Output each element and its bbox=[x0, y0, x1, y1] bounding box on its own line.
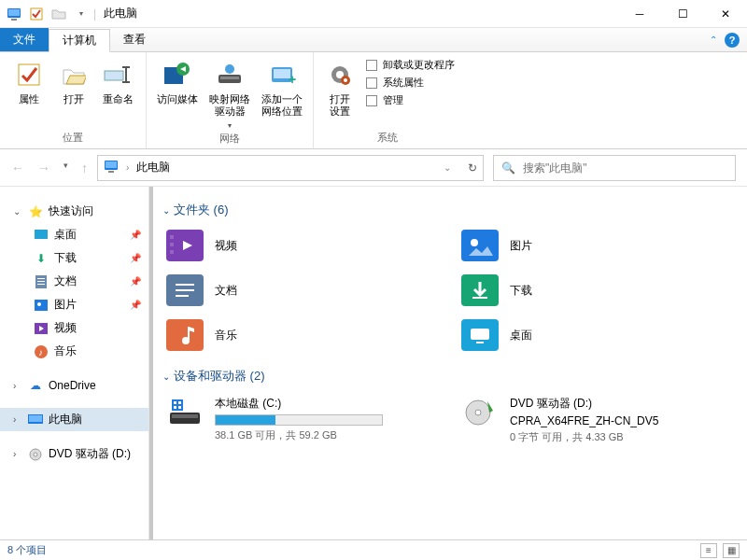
search-input[interactable] bbox=[523, 161, 727, 175]
folder-item[interactable]: 下载 bbox=[458, 271, 734, 310]
status-bar: 8 个项目 ≡ ▦ bbox=[0, 539, 747, 560]
open-button[interactable]: 打开 bbox=[54, 54, 93, 105]
folder-label: 下载 bbox=[510, 283, 532, 299]
folder-item[interactable]: 视频 bbox=[162, 226, 439, 265]
refresh-button[interactable]: ↻ bbox=[468, 161, 477, 175]
chevron-right-icon[interactable]: › bbox=[13, 381, 22, 391]
minimize-button[interactable]: ─ bbox=[618, 0, 661, 28]
document-icon bbox=[34, 274, 49, 289]
scrollbar[interactable] bbox=[149, 187, 153, 539]
folder-item[interactable]: 文档 bbox=[162, 271, 439, 310]
icons-view-button[interactable]: ▦ bbox=[723, 543, 740, 558]
folder-qat-icon[interactable] bbox=[49, 4, 69, 24]
sidebar-item-pictures[interactable]: 图片📌 bbox=[0, 293, 148, 316]
help-icon[interactable]: ? bbox=[725, 33, 740, 48]
svg-rect-60 bbox=[174, 406, 176, 409]
media-icon bbox=[162, 60, 192, 90]
drives-section-header[interactable]: ⌄ 设备和驱动器 (2) bbox=[162, 368, 734, 385]
svg-rect-56 bbox=[172, 414, 198, 418]
svg-rect-8 bbox=[122, 81, 130, 83]
desktop-icon bbox=[34, 228, 49, 243]
svg-rect-4 bbox=[19, 64, 39, 85]
sidebar-item-videos[interactable]: 视频 bbox=[0, 316, 148, 340]
add-location-icon: + bbox=[267, 60, 297, 90]
music-icon: ♪ bbox=[34, 344, 49, 359]
recent-dropdown-icon[interactable]: ▾ bbox=[63, 161, 68, 175]
manage-button[interactable]: 管理 bbox=[366, 93, 455, 107]
svg-rect-7 bbox=[122, 66, 130, 68]
svg-rect-54 bbox=[476, 342, 484, 343]
uninstall-programs-button[interactable]: 卸载或更改程序 bbox=[366, 58, 455, 72]
access-media-button[interactable]: 访问媒体 bbox=[152, 54, 203, 105]
address-dropdown-icon[interactable]: ⌄ bbox=[444, 162, 451, 173]
folder-label: 文档 bbox=[215, 283, 237, 299]
svg-rect-39 bbox=[170, 235, 174, 239]
svg-point-20 bbox=[344, 78, 347, 82]
maximize-button[interactable]: ☐ bbox=[661, 0, 704, 28]
sidebar-quick-access[interactable]: ⌄ ⭐ 快速访问 bbox=[0, 200, 148, 223]
svg-rect-23 bbox=[108, 171, 114, 173]
svg-rect-24 bbox=[35, 230, 48, 239]
open-icon bbox=[59, 60, 89, 90]
chevron-down-icon: ⌄ bbox=[162, 371, 170, 382]
breadcrumb[interactable]: 此电脑 bbox=[136, 160, 170, 175]
quick-access-toolbar: ▾ | bbox=[0, 4, 96, 24]
collapse-ribbon-icon[interactable]: ⌃ bbox=[710, 35, 717, 45]
folder-icon bbox=[166, 230, 204, 261]
properties-button[interactable]: 属性 bbox=[6, 54, 52, 105]
map-drive-button[interactable]: 映射网络 驱动器 ▾ bbox=[204, 54, 255, 130]
navigation-row: ← → ▾ ↑ › 此电脑 ⌄ ↻ 🔍 bbox=[0, 149, 747, 187]
download-icon: ⬇ bbox=[34, 251, 49, 266]
folder-icon bbox=[166, 319, 204, 351]
system-properties-button[interactable]: 系统属性 bbox=[366, 76, 455, 90]
chevron-right-icon[interactable]: › bbox=[13, 449, 22, 459]
rename-button[interactable]: 重命名 bbox=[95, 54, 140, 105]
chevron-down-icon: ▾ bbox=[228, 121, 232, 130]
add-location-button[interactable]: + 添加一个 网络位置 bbox=[257, 54, 307, 118]
sidebar-onedrive[interactable]: › ☁ OneDrive bbox=[0, 374, 148, 397]
ribbon-tabs: 文件 计算机 查看 ⌃ ? bbox=[0, 28, 747, 52]
sidebar-this-pc[interactable]: › 此电脑 bbox=[0, 408, 148, 431]
tab-view[interactable]: 查看 bbox=[110, 28, 159, 51]
folders-section-header[interactable]: ⌄ 文件夹 (6) bbox=[162, 202, 734, 218]
folder-item[interactable]: 音乐 bbox=[162, 315, 439, 355]
close-button[interactable]: ✕ bbox=[704, 0, 747, 28]
details-view-button[interactable]: ≡ bbox=[700, 543, 717, 558]
drive-item[interactable]: 本地磁盘 (C:)38.1 GB 可用，共 59.2 GB bbox=[162, 392, 439, 448]
tab-computer[interactable]: 计算机 bbox=[49, 29, 110, 52]
folder-item[interactable]: 桌面 bbox=[458, 315, 734, 355]
chevron-down-icon[interactable]: ⌄ bbox=[13, 206, 22, 217]
drive-item[interactable]: DVD 驱动器 (D:)CPRA_X64FRE_ZH-CN_DV50 字节 可用… bbox=[458, 392, 734, 448]
tab-file[interactable]: 文件 bbox=[0, 28, 49, 51]
folder-label: 桌面 bbox=[510, 328, 532, 343]
chevron-right-icon[interactable]: › bbox=[13, 414, 22, 425]
star-icon: ⭐ bbox=[28, 204, 43, 219]
sidebar-item-documents[interactable]: 文档📌 bbox=[0, 270, 148, 293]
sidebar-item-downloads[interactable]: ⬇下载📌 bbox=[0, 246, 148, 270]
forward-button[interactable]: → bbox=[37, 161, 50, 175]
chevron-right-icon[interactable]: › bbox=[126, 162, 129, 173]
drives-grid: 本地磁盘 (C:)38.1 GB 可用，共 59.2 GBDVD 驱动器 (D:… bbox=[162, 392, 734, 448]
folder-label: 图片 bbox=[510, 238, 532, 254]
svg-rect-42 bbox=[461, 230, 499, 261]
address-bar[interactable]: › 此电脑 ⌄ ↻ bbox=[97, 155, 484, 181]
back-button[interactable]: ← bbox=[11, 161, 24, 175]
folder-label: 视频 bbox=[215, 238, 237, 254]
svg-rect-59 bbox=[178, 401, 181, 404]
gear-icon bbox=[325, 60, 355, 90]
window-title: 此电脑 bbox=[104, 6, 137, 21]
folder-item[interactable]: 图片 bbox=[458, 226, 734, 265]
sidebar-item-desktop[interactable]: 桌面📌 bbox=[0, 223, 148, 246]
sidebar-dvd[interactable]: › DVD 驱动器 (D:) bbox=[0, 442, 148, 466]
up-button[interactable]: ↑ bbox=[81, 161, 88, 175]
svg-rect-1 bbox=[8, 9, 20, 16]
open-settings-button[interactable]: 打开 设置 bbox=[319, 54, 360, 118]
qat-dropdown-icon[interactable]: ▾ bbox=[71, 4, 92, 24]
checkbox-icon bbox=[366, 77, 377, 89]
navigation-pane: ⌄ ⭐ 快速访问 桌面📌 ⬇下载📌 文档📌 图片📌 视频 ♪音乐 › ☁ One… bbox=[0, 187, 149, 539]
properties-qat-icon[interactable] bbox=[26, 4, 47, 24]
search-box[interactable]: 🔍 bbox=[493, 155, 736, 181]
main-area: ⌄ ⭐ 快速访问 桌面📌 ⬇下载📌 文档📌 图片📌 视频 ♪音乐 › ☁ One… bbox=[0, 187, 747, 539]
video-icon bbox=[34, 321, 49, 336]
sidebar-item-music[interactable]: ♪音乐 bbox=[0, 340, 148, 363]
